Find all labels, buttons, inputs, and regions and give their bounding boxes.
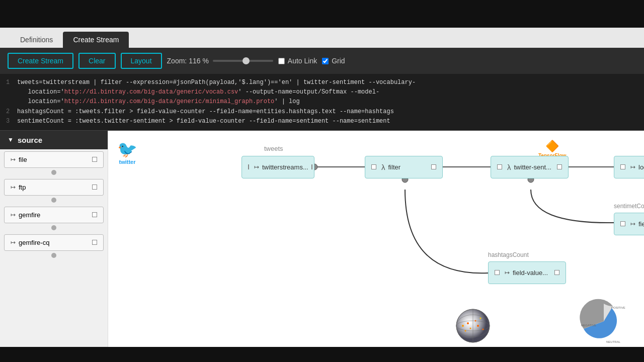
pie-chart: POSITIVE NEGATIVE NEUTRAL [579, 299, 629, 346]
zoom-label: Zoom: 116 % [167, 57, 209, 65]
tab-bar: Definitions Create Stream [0, 28, 644, 48]
sidebar: ▼ source ↦ file ↦ ftp ↦ gemfire [0, 131, 108, 356]
sidebar-title: source [18, 136, 42, 144]
lambda-icon: λ [381, 163, 385, 171]
sidebar-item-gemfire-label: gemfire [19, 211, 40, 219]
port-right [92, 185, 97, 190]
port-left [620, 164, 625, 169]
tab-create-stream[interactable]: Create Stream [63, 32, 129, 48]
node-log[interactable]: ↦ log [614, 156, 644, 178]
arrow-icon: ↦ [11, 239, 16, 246]
sidebar-item-gemfire-cq[interactable]: ↦ gemfire-cq [4, 234, 104, 251]
port-right [557, 164, 562, 169]
port-left [620, 221, 625, 226]
twitter-logo: 🐦 twitter [117, 140, 137, 165]
port-left [495, 270, 500, 275]
svg-point-18 [462, 325, 464, 327]
grid-label: Grid [332, 57, 345, 65]
node-filter[interactable]: λ filter [365, 156, 443, 178]
port-right [92, 212, 97, 217]
port-right [554, 270, 559, 275]
sidebar-item-ftp-label: ftp [19, 184, 26, 191]
code-line-3: 3 sentimetCount = :tweets.twitter-sentim… [6, 117, 638, 126]
sidebar-item-ftp-wrapper: ↦ ftp [4, 179, 104, 205]
create-stream-button[interactable]: Create Stream [8, 53, 73, 69]
layout-button[interactable]: Layout [121, 53, 162, 69]
zoom-section: Zoom: 116 % [167, 57, 273, 65]
node-twitterstream[interactable]: ↦ twitterstreams... [242, 156, 314, 178]
toolbar: Create Stream Clear Layout Zoom: 116 % A… [0, 48, 644, 74]
node-twitter-sentiment-label: twitter-sent... [514, 163, 551, 171]
clear-button[interactable]: Clear [78, 53, 115, 69]
node-field-value-sentiment[interactable]: ↦ field-value... [614, 213, 644, 235]
sidebar-item-gemfire-cq-label: gemfire-cq [19, 239, 49, 246]
grid-checkbox[interactable] [322, 58, 329, 64]
node-log-label: log [638, 163, 644, 171]
svg-point-17 [482, 328, 484, 330]
connector-dot [51, 253, 56, 258]
svg-point-15 [465, 330, 466, 331]
auto-link-checkbox[interactable] [278, 58, 285, 64]
port-right [92, 240, 97, 245]
positive-label: POSITIVE [611, 306, 625, 309]
arrow-icon: ↦ [505, 269, 510, 276]
sidebar-item-gemfire[interactable]: ↦ gemfire [4, 207, 104, 223]
port-left [371, 164, 376, 169]
code-line-2: 2 hashtagsCount = :tweets.filter > field… [6, 107, 638, 117]
expand-icon: ▼ [8, 136, 14, 143]
neutral-label: NEUTRAL [606, 340, 621, 343]
node-field-value-hashtags-label: field-value... [513, 269, 548, 277]
tab-definitions[interactable]: Definitions [10, 32, 63, 48]
sidebar-item-ftp[interactable]: ↦ ftp [4, 179, 104, 196]
twitter-bird-icon: 🐦 [117, 140, 137, 159]
sidebar-item-gemfire-wrapper: ↦ gemfire [4, 207, 104, 232]
svg-point-13 [470, 327, 471, 329]
node-twitter-sentiment[interactable]: λ twitter-sent... [491, 156, 569, 178]
twitter-text: twitter [119, 159, 136, 165]
node-field-value-hashtags[interactable]: ↦ field-value... [488, 261, 566, 284]
connector-dot [51, 170, 56, 175]
port-left [248, 164, 249, 169]
arrow-icon: ↦ [630, 220, 635, 227]
connector-dot [51, 225, 56, 230]
port-right [311, 164, 312, 169]
node-filter-label: filter [388, 163, 401, 171]
lambda-icon: λ [507, 163, 511, 171]
zoom-slider[interactable] [213, 60, 273, 62]
svg-point-14 [477, 325, 479, 327]
arrow-icon: ↦ [254, 163, 259, 170]
node-field-value-sentiment-label: field-value... [638, 220, 644, 228]
sentimetcount-label: sentimetCount [614, 203, 644, 210]
svg-point-12 [475, 320, 476, 321]
globe-visualization [455, 308, 491, 343]
hashtagscount-label: hashtagsCount [488, 251, 529, 258]
main-content: ▼ source ↦ file ↦ ftp ↦ gemfire [0, 131, 644, 356]
port-left [497, 164, 502, 169]
arrow-icon: ↦ [630, 163, 635, 170]
sidebar-header: ▼ source [0, 131, 108, 149]
auto-link-label: Auto Link [288, 57, 317, 65]
svg-point-16 [480, 317, 481, 319]
code-line-1: 1 tweets=twitterstream | filter --expres… [6, 78, 638, 107]
port-right [92, 157, 97, 162]
connector-dot [51, 198, 56, 203]
sidebar-item-file[interactable]: ↦ file [4, 151, 104, 168]
arrow-icon: ↦ [11, 211, 16, 218]
arrow-icon: ↦ [11, 156, 16, 163]
sidebar-item-gemfire-cq-wrapper: ↦ gemfire-cq [4, 234, 104, 260]
code-panel: 1 tweets=twitterstream | filter --expres… [0, 74, 644, 131]
top-bar [0, 0, 644, 28]
arrow-icon: ↦ [11, 184, 16, 191]
auto-link-group: Auto Link [278, 57, 317, 65]
sidebar-item-file-wrapper: ↦ file [4, 151, 104, 177]
node-twitterstream-label: twitterstreams... [262, 163, 308, 171]
grid-group: Grid [322, 57, 345, 65]
svg-point-11 [467, 322, 469, 324]
tweets-label: tweets [264, 145, 283, 152]
bottom-bar [0, 347, 644, 362]
port-right [431, 164, 436, 169]
negative-label: NEGATIVE [581, 324, 596, 327]
canvas-area: 🐦 twitter tweets ↦ twitterstreams... λ f… [108, 131, 644, 356]
sidebar-item-file-label: file [19, 156, 27, 163]
